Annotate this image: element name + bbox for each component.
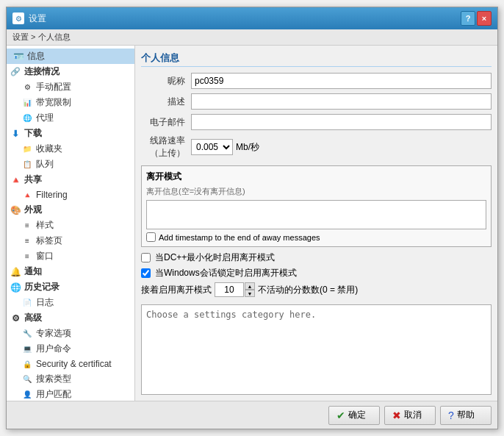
sidebar: 🪪 信息 🔗 连接情况 ⚙ 手动配置 📊 带宽限制 🌐 代理 ⬇ [7, 46, 135, 401]
security-icon: 🔒 [21, 358, 33, 370]
sidebar-item-label: 用户命令 [36, 343, 71, 355]
sidebar-item-window[interactable]: ≡ 窗口 [7, 249, 134, 264]
searchtype-icon: 🔍 [21, 374, 33, 385]
sidebar-item-label: 外观 [24, 204, 42, 216]
sidebar-item-filtering[interactable]: 🔺 Filtering [7, 187, 134, 202]
spin-buttons: ▲ ▼ [245, 282, 255, 297]
sidebar-item-notification[interactable]: 🔔 通知 [7, 264, 134, 279]
settings-dialog: ⚙ 设置 ? × 设置 > 个人信息 🪪 信息 🔗 连接情况 ⚙ 手动配置 [6, 7, 498, 429]
breadcrumb-text: 设置 > 个人信息 [12, 32, 71, 43]
checkbox-windows-row: 当Windows会话锁定时启用离开模式 [141, 267, 492, 279]
away-checkbox-row: Add timestamp to the end of away message… [146, 232, 486, 242]
app-icon: ⚙ [12, 12, 24, 24]
cancel-button[interactable]: ✖ 取消 [384, 406, 436, 425]
sidebar-item-usermatch[interactable]: 👤 用户匹配 [7, 387, 134, 401]
sidebar-item-label: 队列 [36, 158, 54, 171]
email-group: 电子邮件 [141, 114, 492, 130]
sidebar-item-manual[interactable]: ⚙ 手动配置 [7, 79, 134, 95]
sidebar-item-label: 用户匹配 [36, 388, 71, 401]
help-title-button[interactable]: ? [461, 11, 475, 26]
sidebar-item-appearance[interactable]: 🎨 外观 [7, 202, 134, 218]
windows-checkbox[interactable] [141, 268, 151, 278]
download-icon: ⬇ [10, 128, 21, 140]
sidebar-item-label: 通知 [24, 265, 42, 278]
sidebar-item-bandwidth[interactable]: 📊 带宽限制 [7, 95, 134, 110]
sidebar-item-searchtype[interactable]: 🔍 搜索类型 [7, 371, 134, 387]
sidebar-item-label: 日志 [36, 296, 54, 309]
desc-input[interactable] [191, 93, 492, 110]
dialog-title: 设置 [29, 12, 461, 25]
away-hint: 离开信息(空=没有离开信息) [146, 186, 486, 197]
sidebar-item-advanced[interactable]: ⚙ 高级 [7, 310, 134, 326]
sidebar-item-favorites[interactable]: 📁 收藏夹 [7, 141, 134, 157]
sidebar-item-label: Security & certificat [36, 359, 112, 369]
ok-button[interactable]: ✔ 确定 [328, 406, 380, 425]
sidebar-item-label: 高级 [24, 312, 42, 324]
spin-up-button[interactable]: ▲ [245, 282, 255, 290]
sidebar-item-label: 搜索类型 [36, 373, 71, 385]
queue-icon: 📋 [21, 159, 33, 171]
away-section: 离开模式 离开信息(空=没有离开信息) Add timestamp to the… [141, 165, 492, 247]
main-content: 🪪 信息 🔗 连接情况 ⚙ 手动配置 📊 带宽限制 🌐 代理 ⬇ [7, 46, 497, 401]
section-title: 个人信息 [141, 51, 492, 67]
sidebar-item-styles[interactable]: ≡ 样式 [7, 218, 134, 233]
tabs-icon: ≡ [21, 235, 33, 247]
ok-icon: ✔ [336, 410, 345, 421]
speed-select[interactable]: 0.005 0.01 0.05 0.1 0.5 1 10 100 [191, 139, 233, 155]
email-label: 电子邮件 [141, 116, 185, 129]
sidebar-item-log[interactable]: 📄 日志 [7, 295, 134, 310]
desc-group: 描述 [141, 93, 492, 110]
sidebar-item-label: 历史记录 [24, 281, 60, 293]
bandwidth-icon: 📊 [21, 97, 33, 109]
away-textarea[interactable] [146, 200, 486, 229]
away-timestamp-checkbox[interactable] [146, 232, 156, 242]
info-box: Choose a settings category here. [141, 304, 492, 395]
sidebar-item-label: 手动配置 [36, 81, 71, 93]
sidebar-item-proxy[interactable]: 🌐 代理 [7, 110, 134, 126]
sidebar-item-download[interactable]: ⬇ 下载 [7, 126, 134, 141]
sidebar-item-label: 下载 [24, 127, 42, 140]
sidebar-item-expert[interactable]: 🔧 专家选项 [7, 326, 134, 341]
sidebar-item-personal[interactable]: 🪪 信息 [7, 49, 134, 64]
speed-unit: Mb/秒 [236, 141, 259, 154]
windows-label: 当Windows会话锁定时启用离开模式 [155, 267, 297, 279]
share-icon: 🔺 [10, 174, 21, 186]
sidebar-item-queue[interactable]: 📋 队列 [7, 157, 134, 172]
info-box-text: Choose a settings category here. [146, 310, 316, 320]
nickname-input[interactable] [191, 73, 492, 89]
sidebar-item-label: 收藏夹 [36, 143, 62, 155]
help-button[interactable]: ? 帮助 [440, 406, 492, 425]
proxy-icon: 🌐 [21, 112, 33, 124]
sidebar-item-usercommand[interactable]: 💻 用户命令 [7, 341, 134, 357]
sidebar-item-tabs[interactable]: ≡ 标签页 [7, 233, 134, 249]
styles-icon: ≡ [21, 220, 33, 232]
sidebar-item-label: 样式 [36, 219, 54, 232]
minimize-label: 当DC++最小化时启用离开模式 [155, 251, 275, 264]
sidebar-item-share[interactable]: 🔺 共享 [7, 172, 134, 187]
minimize-checkbox[interactable] [141, 253, 151, 262]
sidebar-item-label: 代理 [36, 112, 54, 124]
help-label: 帮助 [457, 409, 475, 421]
manual-icon: ⚙ [21, 82, 33, 93]
window-icon: ≡ [21, 251, 33, 262]
sidebar-item-history[interactable]: 🌐 历史记录 [7, 279, 134, 295]
spin-down-button[interactable]: ▼ [245, 290, 255, 297]
nickname-label: 昵称 [141, 75, 185, 87]
connection-icon: 🔗 [10, 66, 21, 78]
sidebar-item-connection[interactable]: 🔗 连接情况 [7, 64, 134, 79]
filtering-icon: 🔺 [21, 189, 33, 201]
speed-label: 线路速率（上传） [141, 135, 185, 160]
usercommand-icon: 💻 [21, 343, 33, 355]
away-trigger-spinbox[interactable] [215, 282, 244, 297]
nickname-group: 昵称 [141, 73, 492, 89]
email-input[interactable] [191, 114, 492, 130]
sidebar-item-label: 共享 [24, 174, 42, 186]
away-trigger-suffix: 不活动的分数数(0 = 禁用) [258, 284, 358, 296]
appearance-icon: 🎨 [10, 204, 21, 216]
title-bar-buttons: ? × [461, 11, 492, 26]
sidebar-item-security[interactable]: 🔒 Security & certificat [7, 357, 134, 371]
cancel-icon: ✖ [392, 410, 401, 421]
close-title-button[interactable]: × [477, 11, 492, 26]
history-icon: 🌐 [10, 282, 21, 293]
expert-icon: 🔧 [21, 328, 33, 340]
